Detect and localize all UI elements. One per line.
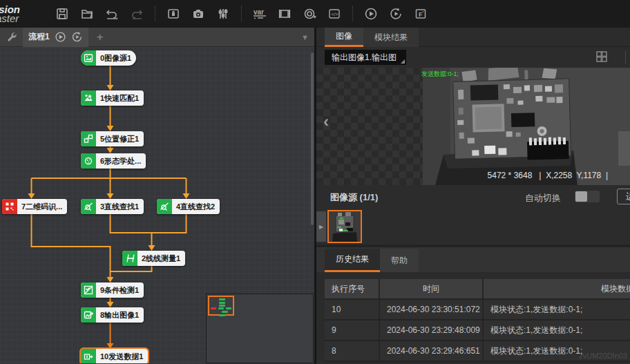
flow-minimap[interactable] (206, 294, 314, 363)
cell-seq: 10 (325, 300, 380, 319)
module-settings-button[interactable] (212, 3, 234, 24)
send-data-icon (81, 349, 96, 363)
variables-button[interactable]: var (249, 3, 271, 24)
tab-flow1[interactable]: 流程1 (23, 28, 88, 47)
chevron-down-icon[interactable]: ▼ (301, 33, 309, 41)
play-icon (364, 7, 378, 21)
add-flow-button[interactable]: + (97, 30, 104, 44)
prev-image-arrow[interactable]: ‹ (323, 113, 329, 130)
open-folder-icon (80, 7, 94, 21)
auto-switch-toggle[interactable] (575, 191, 600, 202)
image-resolution: 5472 * 3648 (488, 171, 533, 180)
variables-icon: var (252, 7, 267, 21)
thumbnail-expander[interactable]: ▶ (316, 211, 326, 242)
node-condition-check[interactable]: 9条件检测1 (81, 282, 144, 298)
condition-check-icon (81, 282, 96, 298)
node-fast-match[interactable]: 1快速匹配1 (81, 90, 144, 106)
open-button[interactable] (76, 3, 98, 24)
flow-run-continuous-button[interactable] (71, 31, 83, 43)
node-qr-code[interactable]: 7二维码识... (2, 199, 67, 214)
image-layout-button[interactable] (595, 50, 608, 66)
node-line-find-1[interactable]: 3直线查找1 (81, 199, 144, 214)
node-label: 1快速匹配1 (96, 90, 144, 106)
cell-data: 模块状态:1,发送数据:0-1; (484, 320, 630, 340)
undo-icon (105, 7, 119, 21)
svg-text:</>: </> (332, 12, 338, 17)
node-send-data[interactable]: 10发送数据1 (81, 349, 148, 363)
flow-header: 流程1 + ▼ (0, 28, 314, 47)
wrench-icon (6, 31, 18, 44)
run-button[interactable]: 运行 (617, 189, 630, 204)
line-measure-icon (122, 251, 137, 266)
save-icon (55, 7, 69, 21)
cell-time: 2024-06-30 23:29:48:009 (380, 320, 484, 340)
header-module-data: 模块数据 (484, 279, 630, 298)
fast-match-icon (81, 90, 96, 106)
flow-run-once-button[interactable] (55, 31, 66, 43)
toolbar-divider (352, 6, 353, 21)
image-source-row: 图像源 (1/1) 自动切换 运行 (316, 185, 630, 209)
morphology-icon (81, 153, 96, 169)
flow-canvas[interactable]: 0图像源1 1快速匹配1 5位置修正1 6形态学处... 7二维码识... (0, 47, 314, 363)
line-find-icon (81, 199, 96, 214)
node-line-measure[interactable]: 2线线测量1 (122, 251, 185, 266)
node-image-source[interactable]: 0图像源1 (81, 50, 136, 66)
node-morphology[interactable]: 6形态学处... (81, 153, 146, 169)
svg-text:var: var (254, 8, 264, 16)
tab-history-result[interactable]: 历史结果 (325, 249, 380, 272)
run-once-button[interactable] (360, 3, 382, 24)
flow-settings-button[interactable] (6, 31, 18, 44)
app-logo: ision aster (0, 5, 50, 23)
cell-seq: 9 (325, 320, 380, 340)
tab-help[interactable]: 帮助 (380, 249, 419, 272)
image-thumbnail[interactable] (327, 210, 362, 243)
f-window-icon: F (414, 7, 428, 21)
node-label: 7二维码识... (17, 199, 67, 214)
node-label: 8输出图像1 (96, 307, 144, 323)
app-window: ision aster var (0, 0, 630, 364)
cell-time: 2024-06-30 23:30:51:072 (380, 300, 484, 319)
qr-code-icon (2, 199, 17, 214)
canvas-scrollbar[interactable] (311, 52, 314, 225)
image-viewer[interactable]: 发送数据:0-1; ‹ 5472 * 3648 | X,2258 Y,1178 … (316, 68, 630, 185)
history-table: 执行序号 时间 模块数据 10 2024-06-30 23:30:51:072 … (325, 279, 630, 362)
table-row[interactable]: 9 2024-06-30 23:29:48:009 模块状态:1,发送数据:0-… (325, 320, 630, 341)
lock-screen-button[interactable] (162, 3, 184, 24)
script-window-button[interactable]: </> (323, 3, 345, 24)
io-module-button[interactable] (274, 3, 296, 24)
redo-button[interactable] (126, 3, 148, 24)
undo-button[interactable] (101, 3, 123, 24)
tab-image[interactable]: 图像 (325, 28, 363, 47)
camera-button[interactable] (187, 3, 209, 24)
result-panel: 图像 模块结果 输出图像1.输出图 (316, 28, 630, 364)
loop-play-icon (389, 7, 403, 21)
node-label: 5位置修正1 (96, 131, 144, 146)
node-label: 9条件检测1 (96, 282, 144, 298)
tab-module-result[interactable]: 模块结果 (363, 28, 419, 47)
cell-data: 模块状态:1,发送数据:0-1; (484, 300, 630, 319)
table-row[interactable]: 10 2024-06-30 23:30:51:072 模块状态:1,发送数据:0… (325, 300, 630, 320)
save-button[interactable] (51, 3, 73, 24)
node-label: 6形态学处... (96, 153, 146, 169)
node-output-image[interactable]: 8输出图像1 (81, 307, 144, 323)
auto-switch-label: 自动切换 (525, 192, 561, 204)
watermark-text: 2vUM20DIn03 (579, 352, 627, 360)
node-position-fix[interactable]: 5位置修正1 (81, 131, 144, 146)
minimap-viewport[interactable] (208, 296, 234, 316)
format-window-button[interactable]: F (410, 3, 432, 24)
node-label: 3直线查找1 (96, 199, 144, 214)
header-seq: 执行序号 (325, 279, 380, 298)
global-trigger-button[interactable] (298, 3, 321, 24)
redo-icon (130, 7, 144, 21)
node-line-find-2[interactable]: 4直线查找2 (157, 199, 220, 214)
table-header-row: 执行序号 时间 模块数据 (325, 279, 630, 300)
toolbar-divider (155, 6, 155, 21)
sliders-icon (216, 7, 230, 21)
history-tab-bar: 历史结果 帮助 (316, 246, 630, 272)
image-source-select[interactable]: 输出图像1.输出图 (325, 50, 406, 65)
image-source-icon (81, 50, 96, 66)
run-continuous-button[interactable] (385, 3, 407, 24)
cell-time: 2024-06-30 23:29:46:651 (380, 341, 484, 361)
toolbar-divider (241, 6, 242, 21)
history-panel: 执行序号 时间 模块数据 10 2024-06-30 23:30:51:072 … (316, 272, 630, 361)
